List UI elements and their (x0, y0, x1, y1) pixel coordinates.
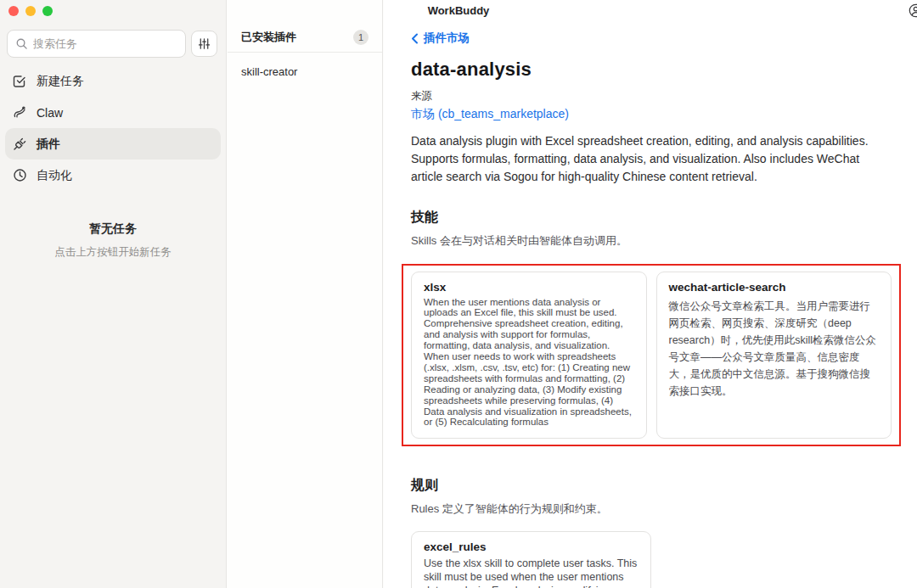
sidebar-item-automation[interactable]: 自动化 (5, 160, 221, 191)
sidebar-item-label: 插件 (37, 137, 60, 152)
back-to-marketplace-link[interactable]: 插件市场 (411, 31, 470, 46)
plugin-detail-panel: 插件市场 data-analysis 来源 市场 (cb_teams_marke… (384, 0, 917, 588)
skills-section: 技能 Skills 会在与对话相关时由智能体自动调用。 xlsx When th… (411, 209, 892, 447)
user-icon (909, 3, 917, 18)
minimize-window-button[interactable] (25, 6, 36, 16)
rule-card-description: Use the xlsx skill to complete user task… (424, 557, 639, 588)
account-button[interactable] (909, 3, 917, 18)
skill-card-description: When the user mentions data analysis or … (424, 297, 634, 428)
sidebar-nav: 新建任务 Claw 插件 自动化 (0, 65, 226, 191)
sidebar-item-label: 自动化 (37, 168, 72, 183)
red-highlight-annotation: xlsx When the user mentions data analysi… (402, 264, 901, 447)
sidebar-item-new-task[interactable]: 新建任务 (5, 65, 221, 97)
sidebar: 新建任务 Claw 插件 自动化 (0, 0, 227, 588)
sidebar-item-plugins[interactable]: 插件 (5, 128, 221, 160)
zoom-window-button[interactable] (42, 6, 53, 16)
claw-icon (13, 105, 27, 120)
sidebar-item-label: 新建任务 (37, 74, 84, 89)
search-input-wrapper[interactable] (7, 30, 186, 58)
skill-card-xlsx[interactable]: xlsx When the user mentions data analysi… (411, 272, 647, 440)
skill-card-description: 微信公众号文章检索工具。当用户需要进行网页检索、网页搜索、深度研究（deep r… (669, 298, 880, 400)
skills-cards-grid: xlsx When the user mentions data analysi… (411, 272, 892, 440)
installed-plugins-panel: 已安装插件 1 skill-creator (228, 0, 383, 588)
rules-heading: 规则 (411, 477, 892, 495)
source-marketplace-link[interactable]: 市场 (cb_teams_marketplace) (411, 107, 892, 122)
plugin-description: Data analysis plugin with Excel spreadsh… (411, 132, 892, 186)
empty-state-title: 暂无任务 (0, 221, 226, 237)
plugin-count-badge: 1 (353, 30, 368, 45)
empty-state-subtitle: 点击上方按钮开始新任务 (0, 245, 226, 260)
empty-state: 暂无任务 点击上方按钮开始新任务 (0, 221, 226, 260)
window-title: WorkBuddy (0, 0, 917, 22)
sidebar-item-claw[interactable]: Claw (5, 97, 221, 128)
rules-subtitle: Rules 定义了智能体的行为规则和约束。 (411, 501, 892, 517)
skills-subtitle: Skills 会在与对话相关时由智能体自动调用。 (411, 233, 892, 249)
skill-card-title: wechat-article-search (669, 281, 880, 294)
installed-plugins-title: 已安装插件 (241, 30, 296, 45)
rules-section: 规则 Rules 定义了智能体的行为规则和约束。 excel_rules Use… (411, 477, 892, 588)
filter-button[interactable] (191, 31, 217, 57)
page-title: data-analysis (411, 59, 892, 81)
search-input[interactable] (33, 37, 177, 50)
back-link-label: 插件市场 (424, 31, 470, 46)
sliders-icon (198, 37, 211, 50)
clock-icon (13, 168, 27, 182)
chevron-left-icon (411, 33, 419, 44)
skill-card-wechat-article-search[interactable]: wechat-article-search 微信公众号文章检索工具。当用户需要进… (656, 272, 892, 440)
close-window-button[interactable] (8, 6, 19, 16)
rule-card-excel-rules[interactable]: excel_rules Use the xlsx skill to comple… (411, 531, 651, 588)
window-titlebar: WorkBuddy (0, 0, 917, 22)
traffic-lights (8, 6, 53, 16)
source-label: 来源 (411, 89, 892, 104)
rule-card-title: excel_rules (424, 540, 639, 553)
plugin-icon (13, 137, 27, 151)
search-icon (15, 37, 28, 50)
sidebar-item-label: Claw (37, 106, 63, 120)
skills-heading: 技能 (411, 209, 892, 227)
plugin-list-item-skill-creator[interactable]: skill-creator (228, 53, 382, 91)
installed-plugins-header: 已安装插件 1 (228, 22, 382, 53)
new-task-icon (13, 74, 27, 88)
skill-card-title: xlsx (424, 281, 634, 294)
